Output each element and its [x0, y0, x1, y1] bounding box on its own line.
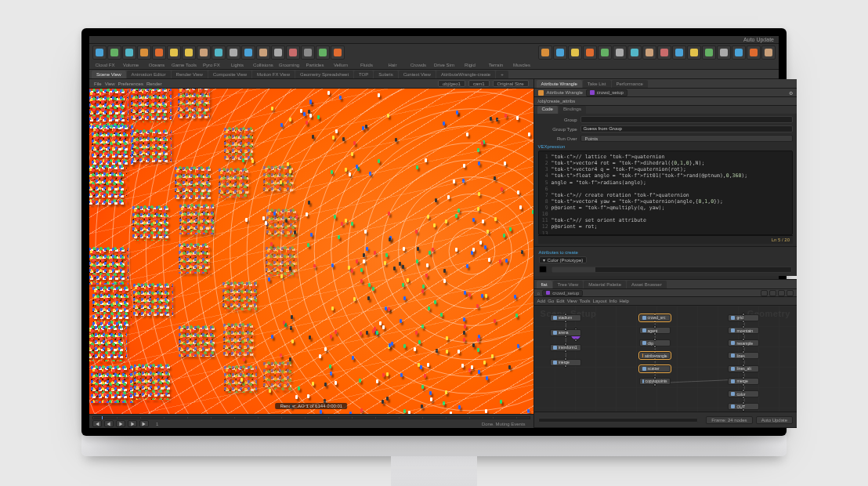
- shelf-tool-icon[interactable]: [717, 45, 731, 60]
- pane-tab[interactable]: TOP: [354, 71, 373, 78]
- code-line[interactable]: 12p@orient = rot;: [541, 223, 790, 230]
- graph-node[interactable]: OUT: [728, 403, 759, 410]
- node-graph[interactable]: Scene Setup Geometry stadiumarenatransfo…: [534, 306, 797, 412]
- shelf-tool-icon[interactable]: [732, 45, 746, 60]
- shelf-tool-icon[interactable]: [107, 45, 121, 60]
- tab-asset-browser[interactable]: Asset Browser: [627, 281, 667, 288]
- shelf-tool-icon[interactable]: [627, 45, 642, 60]
- attr-color-slider[interactable]: [552, 267, 792, 273]
- graph-node[interactable]: arena: [550, 329, 581, 336]
- shelf-tool-icon[interactable]: [122, 45, 136, 60]
- graph-node[interactable]: scatter: [639, 365, 671, 372]
- shelf-tool-icon[interactable]: [687, 45, 701, 60]
- tab-bindings[interactable]: Bindings: [559, 106, 586, 114]
- tab-tree-view[interactable]: Tree View: [553, 281, 584, 288]
- shelf-tool-icon[interactable]: [301, 45, 315, 60]
- shelf-tool-icon[interactable]: [331, 45, 345, 60]
- tab-attribute-wrangle[interactable]: Attribute Wrangle: [537, 80, 582, 88]
- vp-menu-prefs[interactable]: Preferences: [118, 82, 143, 86]
- playhead[interactable]: [102, 416, 103, 419]
- transport-first-button[interactable]: [92, 420, 102, 427]
- group-type-select[interactable]: Guess from Group: [580, 125, 793, 132]
- code-line[interactable]: 6: [541, 186, 790, 192]
- graph-node[interactable]: lines: [728, 352, 759, 359]
- shelf-tool-icon[interactable]: [747, 45, 761, 60]
- shelf-tool-icon[interactable]: [598, 45, 612, 60]
- menubar-right-item[interactable]: Auto Update: [743, 37, 774, 42]
- net-toolbar-item[interactable]: Help: [620, 299, 629, 303]
- code-line[interactable]: 9p@orient = "tok-f">qmultiply(q, yaw);: [541, 205, 790, 211]
- vp-size-dropdown[interactable]: Original Size: [493, 80, 529, 87]
- viewport[interactable]: Render: AO 1 of 6144 0:00:01: [89, 89, 533, 414]
- shelf-tool-icon[interactable]: [197, 45, 211, 60]
- vp-menu-render[interactable]: Render: [146, 82, 162, 86]
- code-line[interactable]: 5angle = "tok-f">radians(angle);: [541, 180, 790, 186]
- shelf-tool-icon[interactable]: [182, 45, 196, 60]
- net-toolbar-item[interactable]: Tools: [580, 299, 591, 303]
- net-toolbar-icon[interactable]: [778, 290, 785, 296]
- net-toolbar-item[interactable]: Layout: [593, 299, 607, 303]
- shelf-tool-icon[interactable]: [657, 45, 671, 60]
- net-toolbar-icon[interactable]: [761, 290, 768, 296]
- shelf-tool-icon[interactable]: [702, 45, 716, 60]
- node-path[interactable]: /obj/create_attribs: [538, 99, 576, 103]
- pane-tab[interactable]: AttributeWrangle-create: [436, 71, 495, 78]
- vex-code-editor[interactable]: 1"tok-c">// lattice "tok-f">quaternion2"…: [538, 151, 793, 235]
- shelf-tool-icon[interactable]: [568, 45, 582, 60]
- shelf-tool-icon[interactable]: [672, 45, 686, 60]
- graph-node[interactable]: mountain: [728, 327, 759, 334]
- graph-node[interactable]: agent: [639, 327, 671, 334]
- shelf-tool-icon[interactable]: [226, 45, 241, 60]
- shelf-tool-icon[interactable]: [286, 45, 300, 60]
- graph-node[interactable]: grid: [728, 314, 759, 321]
- graph-node[interactable]: crowd_src: [639, 314, 671, 321]
- run-over-select[interactable]: Points: [580, 135, 793, 142]
- node-name-chip[interactable]: crowd_setup: [586, 89, 627, 96]
- net-toolbar-icon[interactable]: [769, 290, 776, 296]
- code-line[interactable]: 8"tok-t">vector4 yaw = "tok-f">quaternio…: [541, 198, 790, 205]
- pane-tab[interactable]: Composite View: [208, 71, 251, 78]
- net-toolbar-icon[interactable]: [787, 290, 794, 296]
- transport-next-button[interactable]: [128, 420, 137, 427]
- shelf-tool-icon[interactable]: [553, 45, 567, 60]
- vp-path-dropdown[interactable]: obj/geo1: [438, 80, 465, 87]
- code-line[interactable]: 11"tok-c">// set orient attribute: [541, 217, 790, 223]
- transport-play-button[interactable]: [116, 420, 125, 427]
- footer-button-frame[interactable]: Frame: 24 nodes: [706, 416, 752, 424]
- tab-take-list[interactable]: Take List: [583, 80, 611, 88]
- shelf-tool-icon[interactable]: [613, 45, 627, 60]
- graph-node[interactable]: attribwrangle: [639, 352, 671, 359]
- graph-node[interactable]: color: [728, 390, 759, 397]
- pane-tab[interactable]: Render View: [172, 71, 208, 78]
- group-input[interactable]: [580, 116, 793, 123]
- gear-icon[interactable]: ⚙: [789, 90, 793, 96]
- vp-menu-view[interactable]: View: [105, 82, 115, 86]
- pane-tab[interactable]: Scene View: [92, 71, 126, 78]
- graph-node[interactable]: copytopoints: [639, 378, 671, 385]
- timeline[interactable]: [92, 416, 530, 419]
- vp-camera-dropdown[interactable]: cam1: [468, 80, 490, 87]
- tab-network[interactable]: flat: [537, 281, 552, 288]
- shelf-tool-icon[interactable]: [271, 45, 285, 60]
- shelf-tool-icon[interactable]: [642, 45, 656, 60]
- footer-button-update[interactable]: Auto Update: [756, 416, 793, 424]
- tab-performance[interactable]: Performance: [612, 80, 648, 88]
- tab-material-palette[interactable]: Material Palette: [584, 281, 626, 288]
- shelf-tool-icon[interactable]: [538, 45, 552, 60]
- pane-tab[interactable]: Geometry Spreadsheet: [295, 71, 353, 78]
- graph-node[interactable]: clip: [639, 339, 671, 346]
- code-line[interactable]: 3"tok-t">vector4 q = "tok-f">quaternion(…: [541, 166, 790, 172]
- graph-node[interactable]: transform1: [550, 344, 581, 351]
- graph-node[interactable]: merge: [550, 359, 581, 366]
- net-toolbar-item[interactable]: Info: [609, 299, 617, 303]
- vp-menu-file[interactable]: File: [94, 82, 102, 86]
- shelf-tool-icon[interactable]: [316, 45, 330, 60]
- transport-last-button[interactable]: [139, 420, 149, 427]
- graph-node[interactable]: resample: [728, 339, 759, 346]
- code-line[interactable]: 4"tok-t">float angle = "tok-f">fit01("to…: [541, 172, 790, 179]
- shelf-tool-icon[interactable]: [167, 45, 181, 60]
- graph-node[interactable]: merge: [728, 378, 759, 385]
- graph-node[interactable]: lines_alt: [728, 365, 759, 372]
- pane-tab[interactable]: Animation Editor: [127, 71, 171, 78]
- net-toolbar-item[interactable]: Go: [548, 299, 554, 303]
